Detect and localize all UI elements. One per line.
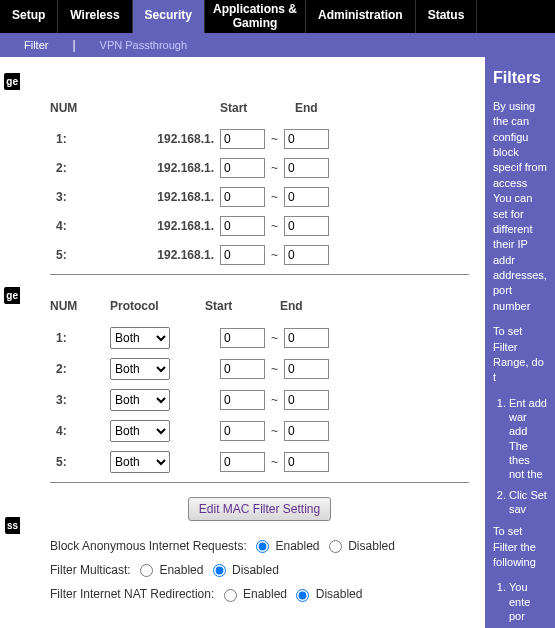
opt-multicast-enabled-text: Enabled xyxy=(159,563,203,577)
divider-2 xyxy=(50,482,469,483)
tilde: ~ xyxy=(265,331,284,345)
port-row: 1:BothTCPUDP~ xyxy=(50,327,469,349)
opt-nat-enabled-radio[interactable] xyxy=(224,589,237,602)
ip-end-input[interactable] xyxy=(284,158,329,178)
help-p3: To set Filter the following xyxy=(493,524,547,570)
opt-anon-disabled-text: Disabled xyxy=(348,539,395,553)
tab-status[interactable]: Status xyxy=(416,0,478,33)
port-row-num: 4: xyxy=(50,424,110,438)
port-header-row: NUM Protocol Start End xyxy=(50,299,469,313)
ip-header-num: NUM xyxy=(50,101,110,115)
badge-2: ge xyxy=(4,287,20,304)
ip-row-base: 192.168.1. xyxy=(110,190,220,204)
subtab-filter[interactable]: Filter xyxy=(0,37,72,53)
port-end-input[interactable] xyxy=(284,421,329,441)
ip-row-base: 192.168.1. xyxy=(110,132,220,146)
opt-multicast-enabled-radio[interactable] xyxy=(140,564,153,577)
ip-header-end: End xyxy=(295,101,350,115)
tab-wireless[interactable]: Wireless xyxy=(58,0,132,33)
opt-nat-disabled-text: Disabled xyxy=(316,587,363,601)
ip-end-input[interactable] xyxy=(284,129,329,149)
port-end-input[interactable] xyxy=(284,359,329,379)
tilde: ~ xyxy=(265,161,284,175)
port-start-input[interactable] xyxy=(220,390,265,410)
tab-administration[interactable]: Administration xyxy=(306,0,416,33)
help-title: Filters xyxy=(493,69,547,87)
ip-header-row: NUM Start End xyxy=(50,101,469,115)
help-li1: Ent add war add The thes not the xyxy=(509,396,547,482)
port-protocol-select[interactable]: BothTCPUDP xyxy=(110,327,170,349)
ip-row-num: 1: xyxy=(50,132,110,146)
port-protocol-select[interactable]: BothTCPUDP xyxy=(110,358,170,380)
port-row-num: 5: xyxy=(50,455,110,469)
divider-1 xyxy=(50,274,469,275)
port-start-input[interactable] xyxy=(220,421,265,441)
opt-anon-disabled-radio[interactable] xyxy=(329,540,342,553)
opt-multicast-label: Filter Multicast: xyxy=(50,563,131,577)
ip-start-input[interactable] xyxy=(220,187,265,207)
left-gutter: ge ge ss xyxy=(0,57,20,628)
ip-row: 3:192.168.1.~ xyxy=(50,187,469,207)
ip-start-input[interactable] xyxy=(220,216,265,236)
tab-apps-gaming[interactable]: Applications &Gaming xyxy=(205,0,306,33)
port-row: 3:BothTCPUDP~ xyxy=(50,389,469,411)
ip-row: 4:192.168.1.~ xyxy=(50,216,469,236)
ip-end-input[interactable] xyxy=(284,245,329,265)
port-end-input[interactable] xyxy=(284,452,329,472)
opt-nat-label: Filter Internet NAT Redirection: xyxy=(50,587,214,601)
opt-nat-enabled-text: Enabled xyxy=(243,587,287,601)
port-header-num: NUM xyxy=(50,299,110,313)
opt-multicast-disabled-radio[interactable] xyxy=(213,564,226,577)
port-header-start: Start xyxy=(205,299,260,313)
ip-end-input[interactable] xyxy=(284,216,329,236)
sub-tab-bar: Filter | VPN Passthrough xyxy=(0,33,555,57)
port-start-input[interactable] xyxy=(220,359,265,379)
ip-end-input[interactable] xyxy=(284,187,329,207)
opt-multicast-row: Filter Multicast: Enabled Disabled xyxy=(50,563,469,577)
port-end-input[interactable] xyxy=(284,328,329,348)
ip-row-base: 192.168.1. xyxy=(110,219,220,233)
help-panel: Filters By using the can configu block s… xyxy=(485,57,555,628)
tab-security[interactable]: Security xyxy=(133,0,205,33)
badge-1: ge xyxy=(4,73,20,90)
tilde: ~ xyxy=(265,219,284,233)
tilde: ~ xyxy=(265,393,284,407)
opt-anon-row: Block Anonymous Internet Requests: Enabl… xyxy=(50,539,469,553)
tilde: ~ xyxy=(265,424,284,438)
port-row-num: 2: xyxy=(50,362,110,376)
main-tab-bar: Setup Wireless Security Applications &Ga… xyxy=(0,0,555,33)
port-start-input[interactable] xyxy=(220,328,265,348)
help-p2: To set Filter Range, do t xyxy=(493,324,547,386)
ip-row-num: 4: xyxy=(50,219,110,233)
port-row-num: 3: xyxy=(50,393,110,407)
opt-anon-label: Block Anonymous Internet Requests: xyxy=(50,539,247,553)
ip-start-input[interactable] xyxy=(220,158,265,178)
port-row: 5:BothTCPUDP~ xyxy=(50,451,469,473)
port-end-input[interactable] xyxy=(284,390,329,410)
ip-row-num: 5: xyxy=(50,248,110,262)
ip-row-num: 3: xyxy=(50,190,110,204)
edit-mac-filter-button[interactable]: Edit MAC Filter Setting xyxy=(188,497,331,521)
main-panel: NUM Start End 1:192.168.1.~2:192.168.1.~… xyxy=(20,57,485,628)
port-protocol-select[interactable]: BothTCPUDP xyxy=(110,420,170,442)
tilde: ~ xyxy=(265,190,284,204)
opt-multicast-disabled-text: Disabled xyxy=(232,563,279,577)
port-row: 4:BothTCPUDP~ xyxy=(50,420,469,442)
ip-start-input[interactable] xyxy=(220,245,265,265)
ip-row: 1:192.168.1.~ xyxy=(50,129,469,149)
port-row: 2:BothTCPUDP~ xyxy=(50,358,469,380)
opt-nat-row: Filter Internet NAT Redirection: Enabled… xyxy=(50,587,469,601)
ip-row-base: 192.168.1. xyxy=(110,161,220,175)
tab-setup[interactable]: Setup xyxy=(0,0,58,33)
port-protocol-select[interactable]: BothTCPUDP xyxy=(110,451,170,473)
port-header-proto: Protocol xyxy=(110,299,205,313)
opt-nat-disabled-radio[interactable] xyxy=(296,589,309,602)
ip-start-input[interactable] xyxy=(220,129,265,149)
ip-row: 2:192.168.1.~ xyxy=(50,158,469,178)
port-header-end: End xyxy=(280,299,335,313)
opt-anon-enabled-radio[interactable] xyxy=(256,540,269,553)
subtab-vpn[interactable]: VPN Passthrough xyxy=(76,37,211,53)
opt-anon-enabled-text: Enabled xyxy=(275,539,319,553)
port-protocol-select[interactable]: BothTCPUDP xyxy=(110,389,170,411)
port-start-input[interactable] xyxy=(220,452,265,472)
